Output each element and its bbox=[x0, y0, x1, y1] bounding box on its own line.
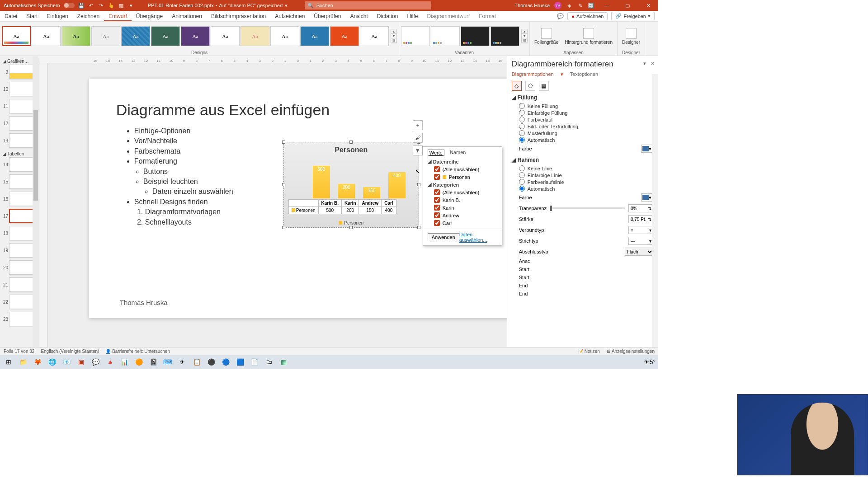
theme-thumb-5[interactable]: Aa bbox=[121, 26, 150, 46]
fill-none[interactable] bbox=[519, 103, 525, 109]
onenote-icon[interactable]: 📓 bbox=[146, 356, 160, 368]
text-options-tab[interactable]: Textoptionen bbox=[570, 71, 598, 77]
tab-hilfe[interactable]: Hilfe bbox=[402, 11, 422, 21]
diamond-icon[interactable]: ◈ bbox=[566, 2, 572, 9]
theme-thumb-3[interactable]: Aa bbox=[61, 26, 90, 46]
thumb-12[interactable] bbox=[9, 116, 34, 131]
thumb-10[interactable] bbox=[9, 82, 34, 96]
line-solid[interactable] bbox=[519, 172, 525, 178]
share-button[interactable]: 🔗Freigeben▾ bbox=[611, 12, 655, 20]
series-section[interactable]: ◢ Datenreihe bbox=[423, 158, 502, 165]
slide-counter[interactable]: Folie 17 von 32 bbox=[4, 349, 34, 354]
categories-section[interactable]: ◢ Kategorien bbox=[423, 181, 502, 188]
apply-button[interactable]: Anwenden bbox=[428, 233, 459, 241]
cat-karin[interactable] bbox=[434, 205, 440, 211]
pane-close-icon[interactable]: ✕ bbox=[651, 61, 655, 66]
thumb-11[interactable] bbox=[9, 99, 34, 113]
fill-picture[interactable] bbox=[519, 123, 525, 129]
tab-start[interactable]: Start bbox=[22, 11, 42, 21]
comments-icon[interactable]: 💬 bbox=[553, 13, 567, 19]
theme-thumb-12[interactable]: Aa bbox=[330, 26, 359, 46]
fill-solid[interactable] bbox=[519, 110, 525, 116]
thumb-23[interactable] bbox=[9, 312, 34, 326]
thumb-9[interactable] bbox=[9, 65, 34, 79]
telegram-icon[interactable]: ✈ bbox=[175, 356, 189, 368]
themes-gallery-more[interactable]: ▴▾⊟ bbox=[391, 29, 397, 43]
bar-4[interactable]: 400 bbox=[388, 172, 406, 198]
chart-filters-button[interactable]: ▼↖ bbox=[413, 145, 423, 155]
powerpoint-icon[interactable]: ▣ bbox=[74, 356, 88, 368]
dash-type[interactable]: —▾ bbox=[628, 237, 654, 245]
obs-icon[interactable]: ⚫ bbox=[204, 356, 218, 368]
present-icon[interactable]: ▧ bbox=[118, 2, 124, 9]
maximize-button[interactable]: ▢ bbox=[619, 0, 636, 11]
tab-ueberpruefen[interactable]: Überprüfen bbox=[309, 11, 345, 21]
chart-plot-area[interactable]: 500 200 150 400 bbox=[309, 162, 410, 198]
vscode-icon[interactable]: ⌨ bbox=[161, 356, 175, 368]
select-data-link[interactable]: Daten auswählen... bbox=[459, 232, 497, 243]
thumb-22[interactable] bbox=[9, 295, 34, 309]
record-button[interactable]: ●Aufzeichnen bbox=[567, 12, 608, 20]
bar-2[interactable]: 200 bbox=[338, 184, 355, 198]
close-button[interactable]: ✕ bbox=[640, 0, 656, 11]
variant-3[interactable] bbox=[461, 26, 490, 46]
series-select-all[interactable] bbox=[434, 166, 440, 172]
thumb-21[interactable] bbox=[9, 277, 34, 292]
tab-zeichnen[interactable]: Zeichnen bbox=[73, 11, 104, 21]
cat-andrew[interactable] bbox=[434, 212, 440, 218]
theme-thumb-7[interactable]: Aa bbox=[181, 26, 210, 46]
transparency-input[interactable]: 0%⇅ bbox=[628, 204, 654, 212]
cap-type[interactable]: Flach bbox=[625, 248, 654, 256]
tab-datei[interactable]: Datei bbox=[0, 11, 22, 21]
app-icon-8[interactable]: 🗂 bbox=[262, 356, 276, 368]
accessibility-check[interactable]: 👤 Barrierefreiheit: Untersuchen bbox=[105, 349, 170, 354]
theme-thumb-4[interactable]: Aa bbox=[91, 26, 120, 46]
pane-scrollbar[interactable] bbox=[652, 74, 658, 347]
tab-diagrammentwurf[interactable]: Diagrammentwurf bbox=[422, 11, 474, 21]
firefox-icon[interactable]: 🦊 bbox=[31, 356, 44, 368]
thumb-19[interactable] bbox=[9, 243, 34, 258]
theme-thumb-8[interactable]: Aa bbox=[211, 26, 240, 46]
theme-thumb-2[interactable]: Aa bbox=[32, 26, 61, 46]
line-auto[interactable] bbox=[519, 186, 525, 192]
cat-select-all[interactable] bbox=[434, 189, 440, 195]
chart-data-table[interactable]: Karin B. Karin Andrew Carl Personen 500 … bbox=[288, 199, 396, 214]
tab-ansicht[interactable]: Ansicht bbox=[345, 11, 372, 21]
excel-icon[interactable]: ▦ bbox=[277, 356, 290, 368]
app-icon-6[interactable]: 🟦 bbox=[233, 356, 247, 368]
qat-more-icon[interactable]: ▾ bbox=[128, 2, 134, 9]
chart-options-tab[interactable]: Diagrammoptionen ▾ bbox=[512, 71, 563, 77]
app-icon-2[interactable]: 📊 bbox=[118, 356, 131, 368]
fill-section[interactable]: ◢ Füllung bbox=[512, 94, 654, 101]
theme-thumb-6[interactable]: Aa bbox=[151, 26, 180, 46]
cat-carl[interactable] bbox=[434, 220, 440, 226]
embedded-chart[interactable]: Personen 500 200 150 400 Karin B. Karin … bbox=[283, 142, 419, 228]
explorer-icon[interactable]: 📁 bbox=[16, 356, 30, 368]
slide-title[interactable]: Diagramme aus Excel einfügen bbox=[116, 101, 330, 119]
autosave-toggle[interactable] bbox=[64, 3, 75, 8]
save-icon[interactable]: 💾 bbox=[78, 2, 85, 9]
search-box[interactable]: 🔍 Suchen bbox=[305, 1, 431, 9]
app-icon-3[interactable]: 🟠 bbox=[132, 356, 146, 368]
vlc-icon[interactable]: 🔺 bbox=[103, 356, 117, 368]
thumb-20[interactable] bbox=[9, 260, 34, 275]
minimize-button[interactable]: — bbox=[599, 0, 615, 11]
user-avatar[interactable]: TH bbox=[554, 2, 561, 9]
app-icon-4[interactable]: 📋 bbox=[190, 356, 203, 368]
bar-3[interactable]: 150 bbox=[363, 187, 380, 198]
filter-tab-values[interactable]: Werte bbox=[428, 150, 444, 156]
filter-tab-names[interactable]: Namen bbox=[450, 150, 466, 156]
user-name[interactable]: Thomas Hruska bbox=[514, 3, 550, 8]
compound-type[interactable]: ≡▾ bbox=[628, 226, 654, 234]
theme-thumb-10[interactable]: Aa bbox=[270, 26, 299, 46]
theme-thumb-9[interactable]: Aa bbox=[241, 26, 269, 46]
slide-body[interactable]: Einfüge-Optionen Vor/Nachteile Farbschem… bbox=[125, 126, 233, 227]
tab-animationen[interactable]: Animationen bbox=[167, 11, 207, 21]
bar-1[interactable]: 500 bbox=[313, 166, 330, 198]
sync-icon[interactable]: 🔄 bbox=[588, 2, 594, 9]
variant-1[interactable] bbox=[401, 26, 430, 46]
effects-icon[interactable]: ⬠ bbox=[525, 81, 535, 91]
fill-pattern[interactable] bbox=[519, 130, 525, 136]
line-none[interactable] bbox=[519, 165, 525, 171]
start-button[interactable]: ⊞ bbox=[2, 356, 15, 368]
